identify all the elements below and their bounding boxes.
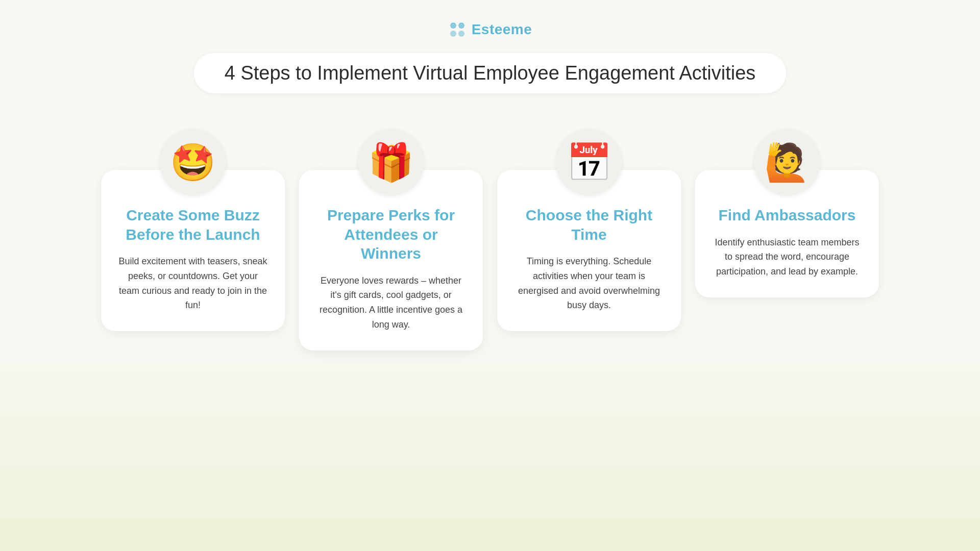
card-ambassadors-wrapper: 🙋 Find Ambassadors Identify enthusiastic… [695,129,879,297]
card-buzz-emoji: 🤩 [160,129,226,195]
card-time-emoji: 📅 [556,129,622,195]
page-title: 4 Steps to Implement Virtual Employee En… [225,62,756,84]
cards-container: 🤩 Create Some Buzz Before the Launch Bui… [60,129,920,350]
card-buzz-text: Build excitement with teasers, sneak pee… [117,254,268,313]
card-perks-emoji: 🎁 [358,129,424,195]
title-container: 4 Steps to Implement Virtual Employee En… [194,53,787,93]
svg-point-0 [450,22,456,29]
card-time-wrapper: 📅 Choose the Right Time Timing is everyt… [497,129,681,331]
card-ambassadors-text: Identify enthusiastic team members to sp… [712,235,863,279]
card-ambassadors-title: Find Ambassadors [712,206,863,225]
card-buzz-title: Create Some Buzz Before the Launch [117,206,268,244]
svg-point-2 [450,31,456,37]
svg-point-3 [458,31,464,37]
card-perks-wrapper: 🎁 Prepare Perks for Attendees or Winners… [299,129,483,350]
header: Esteeme [448,20,532,39]
card-perks-text: Everyone loves rewards – whether it's gi… [315,273,467,332]
card-perks: Prepare Perks for Attendees or Winners E… [299,170,483,350]
esteeme-logo-icon [448,20,467,39]
card-ambassadors-emoji: 🙋 [754,129,820,195]
card-perks-title: Prepare Perks for Attendees or Winners [315,206,467,263]
card-time-title: Choose the Right Time [513,206,665,244]
brand-name: Esteeme [472,21,532,38]
card-buzz-wrapper: 🤩 Create Some Buzz Before the Launch Bui… [101,129,285,331]
svg-point-1 [458,22,464,29]
card-time-text: Timing is everything. Schedule activitie… [513,254,665,313]
